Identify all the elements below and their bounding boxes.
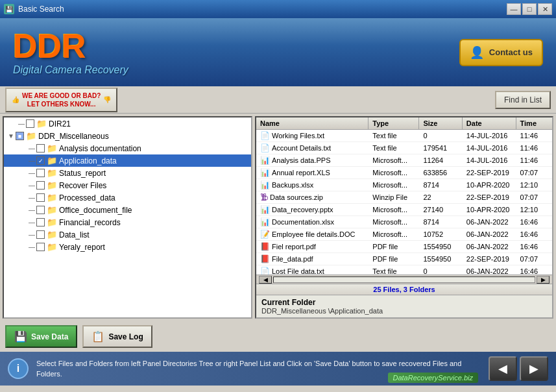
folder-icon: 📁 [47, 205, 57, 215]
tree-item-label: Analysis documentation [59, 144, 141, 153]
current-folder-path: DDR_Miscellaneous \Application_data [261, 307, 547, 315]
file-row[interactable]: 📄Lost File data.txt Text file 0 06-JAN-2… [256, 265, 552, 275]
tree-item-label: DDR_Miscellaneous [38, 132, 109, 141]
tree-item-label: DIR21 [49, 119, 71, 129]
file-list-header: Name Type Size Date Time [256, 117, 552, 130]
tree-item-label: Office_document_file [59, 206, 132, 215]
folder-icon: 📁 [36, 119, 47, 129]
file-icon: 📕 [260, 242, 270, 251]
tree-item-label: Status_report [59, 169, 106, 178]
folder-icon: 📁 [47, 230, 57, 239]
tree-item[interactable]: — 📁 Yeraly_report [4, 241, 251, 253]
file-list-body: 📄Working Files.txt Text file 0 14-JUL-20… [256, 130, 552, 275]
save-log-label: Save Log [108, 332, 143, 341]
expand-icon[interactable]: — [27, 219, 36, 226]
header: DDR Digital Camera Recovery 👤 Contact us [0, 18, 556, 86]
file-row[interactable]: 📝Employee file details.DOC Microsoft... … [256, 228, 552, 241]
tree-item-selected[interactable]: — ✓ 📁 Application_data [4, 154, 251, 167]
header-subtitle: Digital Camera Recovery [13, 64, 128, 76]
expand-icon[interactable]: — [27, 231, 36, 238]
folder-icon: 📁 [26, 131, 36, 141]
current-folder-bar: Current Folder DDR_Miscellaneous \Applic… [256, 295, 552, 317]
expand-icon[interactable]: ▼ [6, 132, 16, 140]
file-row[interactable]: 📕Fiel report.pdf PDF file 1554950 06-JAN… [256, 241, 552, 253]
tree-item-label: Yeraly_report [59, 243, 105, 252]
tree-checkbox[interactable] [36, 218, 45, 227]
file-row[interactable]: 📊Documentation.xlsx Microsoft... 8714 06… [256, 216, 552, 228]
file-row[interactable]: 📄Working Files.txt Text file 0 14-JUL-20… [256, 130, 552, 142]
save-log-button[interactable]: 📋 Save Log [82, 325, 152, 348]
tree-item[interactable]: — 📁 Financial_records [4, 216, 251, 228]
tree-checkbox[interactable] [26, 119, 34, 128]
col-name[interactable]: Name [256, 117, 369, 129]
expand-icon[interactable]: — [27, 182, 36, 189]
close-button[interactable]: ✕ [538, 3, 552, 15]
contact-button[interactable]: 👤 Contact us [459, 39, 543, 66]
expand-icon[interactable]: — [17, 120, 26, 127]
tree-item[interactable]: — 📁 Analysis documentation [4, 142, 251, 154]
tree-item-label: Recover Files [59, 181, 106, 190]
folder-icon: 📁 [47, 242, 57, 252]
save-data-button[interactable]: 💾 Save Data [5, 325, 77, 348]
minimize-button[interactable]: — [507, 3, 521, 15]
file-icon: 📕 [260, 254, 270, 263]
folder-icon: 📁 [47, 156, 57, 165]
expand-icon[interactable]: — [27, 169, 36, 177]
titlebar-title: Basic Search [18, 5, 64, 14]
current-folder-label: Current Folder [261, 298, 547, 307]
col-size[interactable]: Size [419, 117, 462, 129]
thumb-icon: 👍 [12, 95, 19, 104]
titlebar-left: 💾 Basic Search [4, 4, 64, 14]
brand-watermark: DataRecoveryService.biz [388, 373, 479, 383]
tree-item[interactable]: — 📁 DIR21 [4, 117, 251, 130]
maximize-button[interactable]: □ [522, 3, 537, 15]
col-date[interactable]: Date [463, 117, 516, 129]
scrollbar-track [273, 276, 535, 283]
scroll-left-btn[interactable]: ◀ [259, 276, 272, 284]
file-icon: 📊 [260, 205, 270, 214]
tree-checkbox[interactable] [36, 193, 45, 202]
tree-item[interactable]: — 📁 Recover Files [4, 179, 251, 191]
file-icon: 📄 [260, 267, 270, 275]
file-row[interactable]: 📊Backups.xlsx Microsoft... 8714 10-APR-2… [256, 179, 552, 191]
we-are-good-button[interactable]: 👍 WE ARE GOOD OR BAD? LET OTHERS KNOW...… [5, 88, 117, 112]
col-type[interactable]: Type [369, 117, 419, 129]
file-row[interactable]: 📊Annual report.XLS Microsoft... 633856 2… [256, 167, 552, 179]
expand-icon[interactable]: — [27, 206, 36, 214]
tree-item[interactable]: — 📁 Office_document_file [4, 204, 251, 216]
file-row[interactable]: 🗜Data sources.zip Winzip File 22 22-SEP-… [256, 191, 552, 204]
find-in-list-button[interactable]: Find in List [495, 91, 551, 109]
file-icon: 📄 [260, 131, 270, 140]
file-row[interactable]: 📄Account Details.txt Text file 179541 14… [256, 142, 552, 154]
tree-checkbox[interactable] [36, 243, 45, 251]
tree-item[interactable]: — 📁 Status_report [4, 167, 251, 179]
tree-checkbox[interactable]: ■ [16, 132, 24, 140]
tree-item[interactable]: ▼ ■ 📁 DDR_Miscellaneous [4, 130, 251, 142]
horizontal-scrollbar[interactable]: ◀ ▶ [256, 275, 552, 284]
prev-button[interactable]: ◀ [489, 356, 517, 381]
next-button[interactable]: ▶ [520, 356, 548, 381]
expand-icon[interactable]: — [27, 243, 36, 251]
main-content: — 📁 DIR21 ▼ ■ 📁 DDR_Miscellaneous — 📁 An… [0, 114, 556, 321]
tree-item[interactable]: — 📁 Data_list [4, 228, 251, 241]
file-icon: 📊 [260, 217, 270, 227]
tree-item-label: Data_list [59, 230, 90, 239]
expand-icon[interactable]: — [27, 194, 36, 201]
scroll-right-btn[interactable]: ▶ [537, 276, 550, 284]
col-time[interactable]: Time [516, 117, 552, 129]
file-row[interactable]: 📊Analysis data.PPS Microsoft... 11264 14… [256, 154, 552, 167]
file-panel: Name Type Size Date Time 📄Working Files.… [255, 116, 553, 319]
expand-icon[interactable]: — [27, 145, 36, 152]
tree-checkbox[interactable]: ✓ [36, 156, 45, 165]
tree-checkbox[interactable] [36, 144, 45, 153]
tree-checkbox[interactable] [36, 181, 45, 190]
tree-checkbox[interactable] [36, 230, 45, 239]
tree-checkbox[interactable] [36, 169, 45, 177]
file-icon: 📊 [260, 156, 270, 165]
file-row[interactable]: 📊Data_recovery.pptx Microsoft... 27140 1… [256, 204, 552, 216]
bottom-buttons: 💾 Save Data 📋 Save Log [0, 321, 556, 352]
expand-icon[interactable]: — [27, 157, 36, 164]
tree-checkbox[interactable] [36, 206, 45, 214]
tree-item[interactable]: — 📁 Processed_data [4, 191, 251, 204]
file-row[interactable]: 📕File_data.pdf PDF file 1554950 22-SEP-2… [256, 253, 552, 265]
